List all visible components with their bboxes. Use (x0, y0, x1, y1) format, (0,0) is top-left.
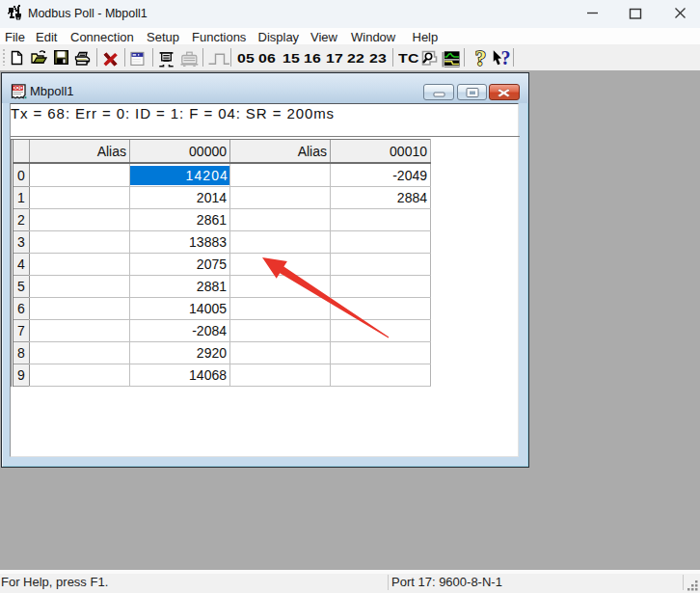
svg-text:?: ? (475, 50, 487, 67)
svg-text:?: ? (501, 50, 511, 67)
svg-text:DOC: DOC (13, 85, 24, 91)
